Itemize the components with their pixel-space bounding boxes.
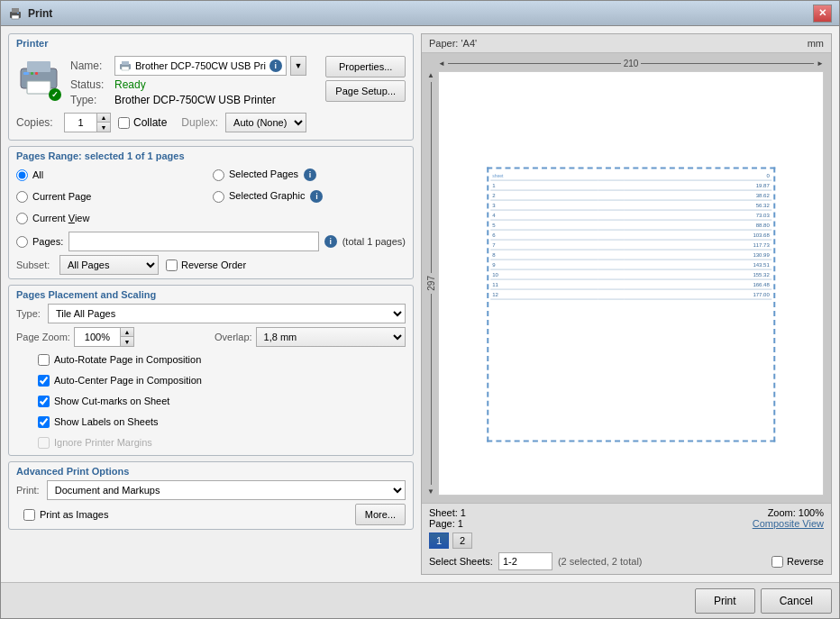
current-view-radio[interactable] xyxy=(16,213,28,224)
subset-label: Subset: xyxy=(16,259,52,270)
pages-radio-item: Pages: xyxy=(16,232,63,251)
overlap-select[interactable]: 1,8 mm 2 mm 5 mm xyxy=(256,327,406,347)
selected-pages-radio-item: Selected Pages i xyxy=(213,165,406,185)
printer-dropdown-button[interactable]: ▼ xyxy=(290,56,306,76)
print-button[interactable]: Print xyxy=(695,588,755,614)
current-page-label[interactable]: Current Page xyxy=(32,191,91,202)
advanced-print-select[interactable]: Document and Markups Document Only Form … xyxy=(47,480,406,500)
all-radio-item: All xyxy=(16,165,209,185)
current-page-radio[interactable] xyxy=(16,191,28,203)
close-button[interactable]: ✕ xyxy=(813,5,832,23)
reverse-order-checkbox[interactable] xyxy=(166,259,178,271)
current-view-label: Current View xyxy=(32,213,89,223)
copies-spinner-buttons: ▲ ▼ xyxy=(96,114,110,132)
properties-button[interactable]: Properties... xyxy=(325,56,406,77)
selected-graphic-radio[interactable] xyxy=(213,191,224,203)
printer-name-box: Brother DCP-750CW USB Pri i xyxy=(114,56,287,76)
reverse-order-label[interactable]: Reverse Order xyxy=(181,259,246,270)
more-button[interactable]: More... xyxy=(355,504,406,525)
svg-rect-7 xyxy=(23,72,29,75)
pages-range-bold: 1 of 1 pages xyxy=(127,150,185,161)
paper-label: Paper: 'A4' xyxy=(429,38,477,49)
print-images-check-item: Print as Images xyxy=(23,505,108,523)
show-labels-check-item: Show Labels on Sheets xyxy=(38,413,406,431)
title-buttons: ✕ xyxy=(813,5,832,23)
preview-footer: Sheet: 1 Page: 1 Zoom: 100% Composite Vi… xyxy=(422,503,831,574)
all-label[interactable]: All xyxy=(32,169,43,180)
svg-rect-1 xyxy=(12,8,19,13)
zoom-down-button[interactable]: ▼ xyxy=(121,337,133,346)
sheet-tab-2[interactable]: 2 xyxy=(452,533,472,549)
checkboxes-area: Auto-Rotate Page in Composition Auto-Cen… xyxy=(9,349,413,455)
copies-down-button[interactable]: ▼ xyxy=(97,123,110,132)
type-field-label: Type: xyxy=(16,308,41,319)
select-sheets-row: Select Sheets: 1-2 (2 selected, 2 total)… xyxy=(429,552,824,570)
pages-text-input[interactable] xyxy=(68,232,318,251)
pages-range-prefix: Pages Range: selected xyxy=(16,150,124,161)
auto-rotate-checkbox[interactable] xyxy=(38,354,50,366)
ruler-top: ◄ 210 ► xyxy=(438,55,824,71)
selected-graphic-info-icon[interactable]: i xyxy=(310,190,323,203)
select-sheets-input[interactable]: 1-2 xyxy=(498,552,552,570)
printer-info-icon[interactable]: i xyxy=(269,59,282,72)
preview-content-area: sheet0 119.87 238.62 356.32 473.03 588.8… xyxy=(487,168,775,442)
auto-rotate-label[interactable]: Auto-Rotate Page in Composition xyxy=(54,354,201,365)
zoom-input[interactable]: 100% xyxy=(75,328,120,346)
auto-center-label[interactable]: Auto-Center Page in Composition xyxy=(54,375,202,386)
page-label: Page: 1 xyxy=(429,518,466,529)
current-page-radio-item: Current Page xyxy=(16,187,209,206)
ignore-margins-check-item: Ignore Printer Margins xyxy=(38,433,406,451)
current-view-radio-item: Current View xyxy=(16,208,209,228)
ignore-margins-checkbox[interactable] xyxy=(38,437,50,449)
all-radio[interactable] xyxy=(16,169,28,181)
arrow-up-icon: ▲ xyxy=(427,71,434,79)
advanced-section-title: Advanced Print Options xyxy=(9,462,413,478)
pages-info-icon[interactable]: i xyxy=(324,235,337,248)
paper-preview: sheet0 119.87 238.62 356.32 473.03 588.8… xyxy=(438,71,824,496)
name-label: Name: xyxy=(70,59,111,72)
ruler-side: ▲ 297 ▼ xyxy=(424,71,438,496)
sheet-page-labels: Sheet: 1 Page: 1 xyxy=(429,507,466,529)
zoom-up-button[interactable]: ▲ xyxy=(121,328,133,337)
status-label: Status: xyxy=(70,78,111,91)
pages-range-label[interactable]: Pages: xyxy=(32,236,63,247)
ignore-margins-label[interactable]: Ignore Printer Margins xyxy=(54,437,152,448)
pages-range-radio[interactable] xyxy=(16,236,28,248)
copies-row: Copies: 1 ▲ ▼ Collate Duplex: xyxy=(16,113,406,132)
copies-input[interactable]: 1 xyxy=(65,114,96,132)
title-bar-left: Print xyxy=(8,6,52,21)
pages-input-row: Pages: i (total 1 pages) xyxy=(9,230,413,253)
selected-pages-info-icon[interactable]: i xyxy=(304,168,316,181)
print-images-label[interactable]: Print as Images xyxy=(40,509,108,520)
svg-rect-2 xyxy=(12,15,19,19)
cut-marks-checkbox[interactable] xyxy=(38,396,50,407)
reverse-sheets-checkbox[interactable] xyxy=(772,556,783,568)
sheet-info: Sheet: 1 Page: 1 Zoom: 100% Composite Vi… xyxy=(429,507,824,529)
subset-select[interactable]: All Pages Odd Pages Even Pages xyxy=(59,255,159,275)
sheet-tab-1[interactable]: 1 xyxy=(429,533,449,549)
mm-label: mm xyxy=(808,38,824,49)
type-value: Brother DCP-750CW USB Printer xyxy=(114,94,276,106)
collate-label[interactable]: Collate xyxy=(133,116,167,129)
duplex-select[interactable]: Auto (None) Long Edge Short Edge xyxy=(225,113,306,132)
page-setup-button[interactable]: Page Setup... xyxy=(325,80,406,102)
advanced-print-label: Print: xyxy=(16,485,40,496)
copies-up-button[interactable]: ▲ xyxy=(97,114,110,123)
show-labels-checkbox[interactable] xyxy=(38,416,50,428)
selected-pages-radio[interactable] xyxy=(213,169,224,181)
printer-name-row: Name: Brother DCP-750CW USB Pri xyxy=(70,56,318,76)
cancel-button[interactable]: Cancel xyxy=(761,588,832,614)
show-labels-label[interactable]: Show Labels on Sheets xyxy=(54,416,159,427)
main-content: Printer xyxy=(1,26,839,582)
collate-checkbox[interactable] xyxy=(118,117,130,129)
auto-center-checkbox[interactable] xyxy=(38,375,50,387)
type-select[interactable]: Tile All Pages Fit Page Actual Size Cust… xyxy=(48,304,406,323)
reverse-sheets-label[interactable]: Reverse xyxy=(787,556,824,567)
ruler-height-value: 297 xyxy=(426,276,436,291)
composite-view-link[interactable]: Composite View xyxy=(753,518,824,529)
print-images-checkbox[interactable] xyxy=(23,509,35,521)
title-bar: Print ✕ xyxy=(1,1,839,26)
cut-marks-label[interactable]: Show Cut-marks on Sheet xyxy=(54,396,169,406)
auto-rotate-check-item: Auto-Rotate Page in Composition xyxy=(38,350,406,369)
radio-grid: All Selected Pages i Current Page xyxy=(9,163,413,230)
